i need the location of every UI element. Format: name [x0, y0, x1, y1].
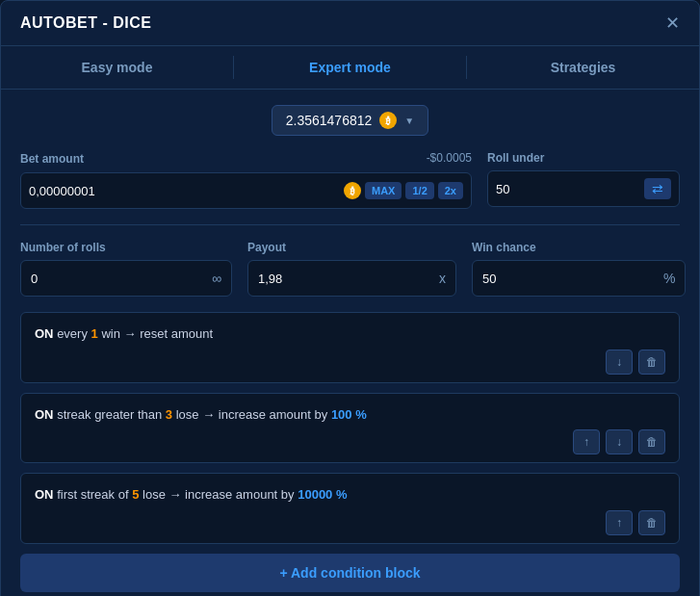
roll-under-label: Roll under — [487, 151, 680, 165]
win-chance-suffix: % — [654, 271, 685, 286]
chevron-down-icon: ▼ — [404, 116, 414, 126]
add-condition-button[interactable]: + Add condition block — [20, 554, 680, 592]
cond2-pct: 100 % — [331, 407, 367, 422]
condition-block-3: ON first streak of 5 lose → increase amo… — [20, 473, 680, 544]
tab-easy[interactable]: Easy mode — [1, 46, 233, 89]
bet-amount-input[interactable] — [29, 184, 344, 198]
bet-roll-row: Bet amount -$0.0005 ₿ MAX 1/2 2x Roll un… — [20, 151, 680, 209]
cond3-text1: first streak of — [57, 487, 132, 502]
roll-under-group: Roll under ⇄ — [487, 151, 680, 207]
coin-icon: ₿ — [379, 112, 397, 129]
cond3-arrow: → increase amount by — [169, 487, 298, 502]
cond2-text2: lose — [176, 407, 199, 422]
condition-text-1: ON every 1 win → reset amount — [35, 324, 665, 344]
condition-text-3: ON first streak of 5 lose → increase amo… — [35, 485, 665, 505]
modal-header: AUTOBET - DICE ✕ — [1, 1, 699, 46]
balance-selector[interactable]: 2.3561476812 ₿ ▼ — [272, 105, 428, 136]
cond1-down-button[interactable]: ↓ — [606, 350, 633, 375]
autobet-modal: AUTOBET - DICE ✕ Easy mode Expert mode S… — [0, 0, 700, 596]
bet-amount-actions: ₿ MAX 1/2 2x — [344, 182, 463, 199]
cond3-text2: lose — [143, 487, 166, 502]
cond2-up-button[interactable]: ↑ — [573, 429, 600, 454]
cond2-num: 3 — [166, 407, 172, 422]
num-rolls-label: Number of rolls — [20, 241, 232, 254]
condition-text-2: ON streak greater than 3 lose → increase… — [35, 405, 665, 425]
cond2-on: ON — [35, 407, 54, 422]
win-chance-input[interactable] — [473, 272, 654, 286]
cond3-up-button[interactable]: ↑ — [606, 510, 633, 535]
cond2-down-button[interactable]: ↓ — [606, 429, 633, 454]
half-button[interactable]: 1/2 — [405, 182, 433, 199]
tabs-bar: Easy mode Expert mode Strategies — [1, 46, 699, 90]
swap-button[interactable]: ⇄ — [644, 178, 671, 199]
bet-coin-icon: ₿ — [344, 182, 361, 199]
stats-row: Number of rolls ∞ Payout x Win chance % — [20, 241, 680, 297]
cond2-arrow: → increase amount by — [202, 407, 331, 422]
bet-amount-label: Bet amount — [20, 152, 84, 166]
condition-block-1: ON every 1 win → reset amount ↓ 🗑 — [20, 312, 680, 383]
cond1-delete-button[interactable]: 🗑 — [638, 350, 665, 375]
cond1-text2: win — [101, 326, 120, 341]
cond3-actions: ↑ 🗑 — [35, 510, 665, 535]
conditions-section: ON every 1 win → reset amount ↓ 🗑 ON str… — [20, 312, 680, 596]
bet-amount-group: Bet amount -$0.0005 ₿ MAX 1/2 2x — [20, 151, 472, 209]
win-chance-input-row: % — [472, 260, 686, 297]
payout-suffix: x — [429, 271, 455, 286]
payout-group: Payout x — [247, 241, 456, 297]
payout-label: Payout — [247, 241, 456, 254]
close-button[interactable]: ✕ — [665, 14, 680, 32]
roll-under-input[interactable] — [496, 182, 644, 196]
double-button[interactable]: 2x — [438, 182, 463, 199]
cond1-arrow: → reset amount — [124, 326, 214, 341]
cond3-delete-button[interactable]: 🗑 — [638, 510, 665, 535]
cond1-actions: ↓ 🗑 — [35, 350, 665, 375]
condition-block-2: ON streak greater than 3 lose → increase… — [20, 393, 680, 464]
win-chance-label: Win chance — [472, 241, 686, 254]
bet-amount-input-row: ₿ MAX 1/2 2x — [20, 172, 472, 209]
cond3-num: 5 — [132, 487, 139, 502]
price-hint: -$0.0005 — [427, 151, 472, 165]
num-rolls-group: Number of rolls ∞ — [20, 241, 232, 297]
cond3-on: ON — [35, 487, 54, 502]
modal-body: 2.3561476812 ₿ ▼ Bet amount -$0.0005 ₿ M… — [1, 90, 699, 596]
roll-under-input-row: ⇄ — [487, 170, 680, 207]
infinity-icon: ∞ — [202, 271, 231, 286]
cond1-text1: every — [57, 326, 91, 341]
tab-strategies[interactable]: Strategies — [467, 46, 699, 89]
form-divider — [20, 224, 680, 225]
num-rolls-input[interactable] — [21, 272, 202, 286]
win-chance-group: Win chance % — [472, 241, 686, 297]
balance-row: 2.3561476812 ₿ ▼ — [20, 105, 680, 136]
payout-input[interactable] — [248, 272, 429, 286]
cond2-actions: ↑ ↓ 🗑 — [35, 429, 665, 454]
cond2-text1: streak greater than — [57, 407, 166, 422]
modal-title: AUTOBET - DICE — [20, 14, 151, 32]
cond1-num: 1 — [91, 326, 98, 341]
payout-input-row: x — [247, 260, 456, 297]
max-button[interactable]: MAX — [365, 182, 402, 199]
cond1-on: ON — [35, 326, 54, 341]
cond2-delete-button[interactable]: 🗑 — [638, 429, 665, 454]
num-rolls-input-row: ∞ — [20, 260, 232, 297]
cond3-pct: 10000 % — [298, 487, 347, 502]
tab-expert[interactable]: Expert mode — [234, 46, 466, 89]
balance-value: 2.3561476812 — [286, 113, 373, 128]
